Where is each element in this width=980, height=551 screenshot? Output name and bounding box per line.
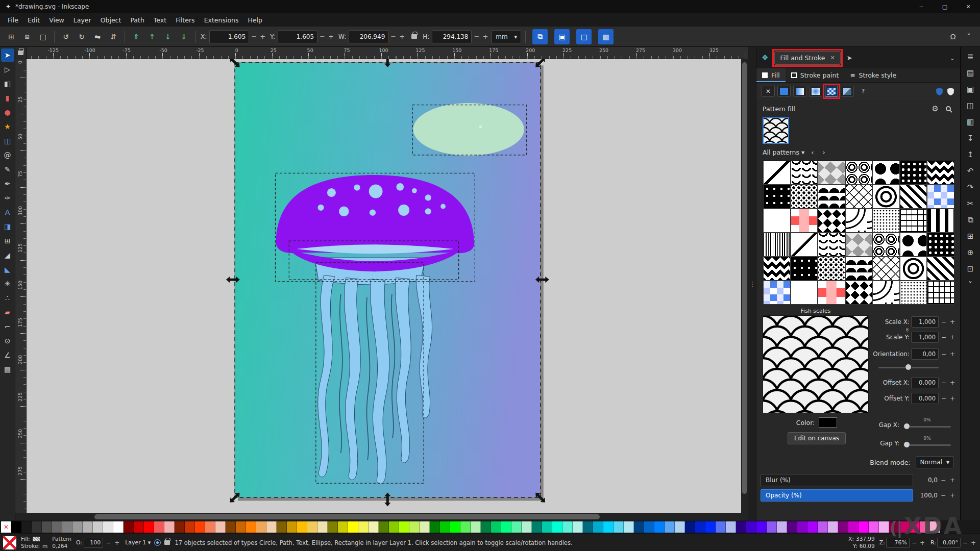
zoom-tool[interactable]: ⊙ xyxy=(1,334,14,347)
pattern-swatch[interactable] xyxy=(791,281,818,304)
pattern-prev-icon[interactable]: ‹ xyxy=(809,148,816,156)
palette-color[interactable] xyxy=(124,521,134,533)
h-decrement[interactable]: − xyxy=(473,30,480,43)
pattern-next-icon[interactable]: › xyxy=(820,148,827,156)
scale-x-input[interactable]: 1,000 xyxy=(911,316,939,328)
pattern-swatch[interactable] xyxy=(900,257,927,280)
palette-color[interactable] xyxy=(226,521,236,533)
palette-color[interactable] xyxy=(838,521,848,533)
pattern-swatch[interactable] xyxy=(764,209,790,232)
palette-color[interactable] xyxy=(675,521,685,533)
pencil-tool[interactable]: ✎ xyxy=(1,163,14,176)
close-button[interactable]: ✕ xyxy=(957,0,980,13)
zoom-drawing-icon[interactable]: ⊕ xyxy=(964,247,976,258)
palette-color[interactable] xyxy=(807,521,818,533)
panel-menu-chevron-icon[interactable]: ⌄ xyxy=(950,54,955,62)
rectangle-tool[interactable]: ▮ xyxy=(1,91,14,105)
select-all-layers-button[interactable]: ⧈ xyxy=(20,30,34,44)
transform-patterns-toggle[interactable]: ▦ xyxy=(598,29,614,44)
pattern-swatch[interactable] xyxy=(873,233,899,256)
pen-tool[interactable]: ✒ xyxy=(1,177,14,190)
h-input[interactable]: 294,138 xyxy=(432,30,472,43)
palette-color[interactable] xyxy=(32,521,42,533)
canvas[interactable] xyxy=(27,59,741,513)
palette-color[interactable] xyxy=(481,521,491,533)
orientation-slider[interactable] xyxy=(878,363,939,371)
pattern-settings-gear-icon[interactable]: ⚙ xyxy=(932,104,939,113)
zoom-input[interactable]: 76% xyxy=(886,538,910,548)
palette-color[interactable] xyxy=(920,521,930,533)
snap-toggle-icon[interactable]: Ω xyxy=(946,30,960,44)
palette-color[interactable] xyxy=(317,521,328,533)
scale-stroke-toggle[interactable]: ⧉ xyxy=(532,29,548,44)
spray-tool[interactable]: ∴ xyxy=(1,291,14,305)
palette-color[interactable] xyxy=(614,521,624,533)
palette-color[interactable] xyxy=(869,521,879,533)
pattern-swatch[interactable] xyxy=(900,185,927,208)
pattern-swatch[interactable] xyxy=(927,161,954,184)
pattern-swatch[interactable] xyxy=(818,185,845,208)
pattern-swatch[interactable] xyxy=(873,161,899,184)
blend-mode-dropdown[interactable]: Normal ▾ xyxy=(916,456,954,468)
measure-tool[interactable]: ∠ xyxy=(1,348,14,362)
layer-lock-icon[interactable] xyxy=(164,540,170,545)
import-icon[interactable]: ↧ xyxy=(964,133,976,144)
ellipse-tool[interactable]: ● xyxy=(1,106,14,119)
fill-stroke-indicator[interactable]: Fill: Stroke:m xyxy=(21,536,47,549)
pattern-swatch[interactable] xyxy=(900,281,927,304)
menu-object[interactable]: Object xyxy=(96,14,126,26)
offset-y-input[interactable]: 0,000 xyxy=(911,393,939,404)
orientation-decrement[interactable]: − xyxy=(940,348,947,360)
orientation-increment[interactable]: + xyxy=(949,348,956,360)
x-increment[interactable]: + xyxy=(259,30,266,43)
h-increment[interactable]: + xyxy=(481,30,489,43)
pattern-swatch[interactable] xyxy=(873,257,899,280)
lock-aspect-ratio-icon[interactable] xyxy=(411,34,417,39)
open-file-icon[interactable]: ▣ xyxy=(964,84,976,95)
palette-color[interactable] xyxy=(338,521,348,533)
deselect-button[interactable]: ▢ xyxy=(36,30,50,44)
pattern-swatch[interactable] xyxy=(791,257,818,280)
pattern-swatch[interactable] xyxy=(846,161,872,184)
menu-path[interactable]: Path xyxy=(126,14,149,26)
palette-color[interactable] xyxy=(379,521,389,533)
scale-y-input[interactable]: 1,000 xyxy=(911,332,939,343)
palette-color[interactable] xyxy=(460,521,471,533)
pattern-color-swatch[interactable] xyxy=(819,417,837,428)
palette-color[interactable] xyxy=(726,521,736,533)
blur-value[interactable]: 0,0 xyxy=(915,477,938,484)
palette-color[interactable] xyxy=(491,521,501,533)
pattern-swatch[interactable] xyxy=(818,209,845,232)
copy-icon[interactable]: ⧉ xyxy=(964,214,976,226)
palette-color[interactable] xyxy=(83,521,93,533)
blur-decrement[interactable]: − xyxy=(940,477,947,484)
w-increment[interactable]: + xyxy=(398,30,406,43)
paint-linear-gradient-button[interactable] xyxy=(793,86,806,97)
opacity-decrement[interactable]: − xyxy=(940,492,947,499)
palette-color[interactable] xyxy=(256,521,266,533)
menu-file[interactable]: File xyxy=(3,14,23,26)
flip-vertical-button[interactable]: ⇵ xyxy=(106,30,120,44)
palette-color[interactable] xyxy=(736,521,746,533)
palette-color[interactable] xyxy=(777,521,787,533)
fill-rule-nonzero-icon[interactable] xyxy=(935,87,944,96)
offset-x-input[interactable]: 0,000 xyxy=(911,377,939,388)
mesh-tool[interactable]: ⊞ xyxy=(1,234,14,247)
current-pattern-tile[interactable] xyxy=(763,117,789,144)
pattern-swatch[interactable] xyxy=(846,233,872,256)
offset-y-decrement[interactable]: − xyxy=(940,393,947,404)
palette-color[interactable] xyxy=(746,521,756,533)
menu-edit[interactable]: Edit xyxy=(23,14,44,26)
vertical-ruler[interactable]: 0255075100125150175200225250275 xyxy=(15,59,27,513)
gap-y-slider[interactable]: 0% xyxy=(903,437,951,450)
pattern-swatch[interactable] xyxy=(927,257,954,280)
pattern-swatch[interactable] xyxy=(764,233,790,256)
offset-x-increment[interactable]: + xyxy=(949,377,956,388)
unit-dropdown[interactable]: mm▾ xyxy=(492,30,521,43)
pattern-swatch[interactable] xyxy=(846,257,872,280)
cut-icon[interactable]: ✂ xyxy=(964,198,976,209)
connector-tool[interactable]: ⌐ xyxy=(1,320,14,333)
palette-color[interactable] xyxy=(154,521,164,533)
dialog-close-icon[interactable]: ✕ xyxy=(830,55,835,61)
zoom-page-icon[interactable]: ⊡ xyxy=(964,263,976,274)
